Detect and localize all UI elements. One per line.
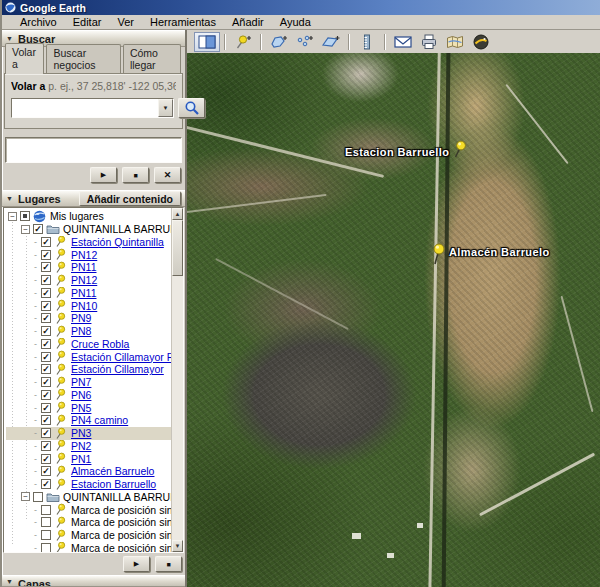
tree-item[interactable]: -✓PN2 <box>6 440 171 453</box>
tree-item[interactable]: -✓PN12 <box>6 248 171 261</box>
item-checkbox[interactable]: ✓ <box>41 313 51 323</box>
tree-item-label[interactable]: QUINTANILLA BARRUELO SERIE <box>63 491 171 503</box>
tree-item[interactable]: -✓PN7 <box>6 376 171 389</box>
satellite-map-view[interactable]: Estacion Barruello Almacén Barruelo <box>187 53 600 587</box>
tree-item[interactable]: -✓PN3 <box>6 427 171 440</box>
menu-item-ver[interactable]: Ver <box>109 16 142 28</box>
play-tour-button[interactable]: ▶ <box>90 167 117 183</box>
menu-item-anadir[interactable]: Añadir <box>224 16 272 28</box>
item-checkbox[interactable]: ✓ <box>41 301 51 311</box>
ruler-button[interactable] <box>354 32 380 52</box>
tree-item[interactable]: -✓Estación Cillamayor Robla <box>6 350 171 363</box>
item-checkbox[interactable]: ✓ <box>41 428 51 438</box>
item-checkbox[interactable] <box>41 505 51 515</box>
tree-item-label[interactable]: PN12 <box>71 274 97 286</box>
item-checkbox[interactable]: ✓ <box>33 224 43 234</box>
collapse-arrow-icon[interactable]: ▼ <box>6 195 13 202</box>
add-content-button[interactable]: Añadir contenido <box>79 191 181 206</box>
placemark-estacion-barruello[interactable]: Estacion Barruello <box>345 140 467 164</box>
item-checkbox[interactable] <box>20 211 30 221</box>
scroll-up-button[interactable]: ▲ <box>172 208 183 220</box>
play-places-tour-button[interactable]: ▶ <box>123 556 150 572</box>
scrollbar-thumb[interactable] <box>172 220 183 276</box>
placemark-almacen-barruelo[interactable]: Almacén Barruelo <box>430 233 550 271</box>
tree-item[interactable]: -Marca de posición sin título <box>6 529 171 542</box>
item-checkbox[interactable] <box>41 543 51 552</box>
tree-item[interactable]: -Marca de posición sin título <box>6 542 171 553</box>
collapse-arrow-icon[interactable]: ▼ <box>6 35 13 42</box>
tree-item[interactable]: -✓Cruce Robla <box>6 338 171 351</box>
tree-item[interactable]: -✓Estación Quintanilla <box>6 236 171 249</box>
tree-item-label[interactable]: Estación Cillamayor <box>71 363 164 375</box>
tree-item[interactable]: -✓PN5 <box>6 401 171 414</box>
item-checkbox[interactable]: ✓ <box>41 377 51 387</box>
add-image-overlay-button[interactable] <box>318 32 344 52</box>
tree-item[interactable]: -✓PN8 <box>6 325 171 338</box>
tree-item[interactable]: -✓PN4 camino <box>6 414 171 427</box>
tab-como-llegar[interactable]: Cómo llegar <box>123 44 181 73</box>
expander-icon[interactable]: − <box>8 212 17 221</box>
stop-places-tour-button[interactable]: ■ <box>155 556 182 572</box>
menu-item-archivo[interactable]: Archivo <box>12 16 65 28</box>
item-checkbox[interactable]: ✓ <box>41 339 51 349</box>
item-checkbox[interactable]: ✓ <box>41 237 51 247</box>
tree-item-label[interactable]: PN11 <box>71 287 97 299</box>
item-checkbox[interactable]: ✓ <box>41 390 51 400</box>
tree-item-label[interactable]: PN12 <box>71 249 97 261</box>
tree-item-label[interactable]: PN3 <box>71 427 91 439</box>
tree-item[interactable]: -✓PN9 <box>6 312 171 325</box>
item-checkbox[interactable] <box>41 530 51 540</box>
tree-item[interactable]: −✓QUINTANILLA BARRUELO NAMED <box>6 223 171 236</box>
tree-item-label[interactable]: PN7 <box>71 376 91 388</box>
combobox-dropdown-button[interactable]: ▼ <box>158 99 173 117</box>
search-results-list[interactable] <box>5 137 182 163</box>
tree-item-label[interactable]: Marca de posición sin título <box>71 504 171 516</box>
item-checkbox[interactable]: ✓ <box>41 403 51 413</box>
item-checkbox[interactable]: ✓ <box>41 288 51 298</box>
tab-volar-a[interactable]: Volar a <box>5 43 44 74</box>
menu-item-herramientas[interactable]: Herramientas <box>142 16 224 28</box>
tree-item-label[interactable]: PN6 <box>71 389 91 401</box>
tree-item[interactable]: -✓PN12 <box>6 274 171 287</box>
item-checkbox[interactable]: ✓ <box>41 441 51 451</box>
tree-item[interactable]: -Marca de posición sin título <box>6 516 171 529</box>
item-checkbox[interactable]: ✓ <box>41 275 51 285</box>
scroll-down-button[interactable]: ▼ <box>172 540 183 552</box>
tree-item[interactable]: -✓PN11 <box>6 287 171 300</box>
tree-item[interactable]: −Mis lugares <box>6 210 171 223</box>
item-checkbox[interactable]: ✓ <box>41 326 51 336</box>
clear-results-button[interactable]: ✕ <box>154 167 181 183</box>
tree-item-label[interactable]: PN2 <box>71 440 91 452</box>
tree-item-label[interactable]: Marca de posición sin título <box>71 542 171 552</box>
tree-item[interactable]: -✓PN10 <box>6 299 171 312</box>
item-checkbox[interactable]: ✓ <box>41 250 51 260</box>
item-checkbox[interactable]: ✓ <box>41 364 51 374</box>
tree-item-label[interactable]: Estacion Barruello <box>71 478 156 490</box>
menu-item-editar[interactable]: Editar <box>65 16 110 28</box>
sidebar-toggle-button[interactable] <box>194 32 220 52</box>
tree-item-label[interactable]: Almacén Barruelo <box>71 465 154 477</box>
earth-view-button[interactable] <box>468 32 494 52</box>
item-checkbox[interactable]: ✓ <box>41 415 51 425</box>
tree-item-label[interactable]: PN10 <box>71 300 97 312</box>
tree-item[interactable]: -✓Almacén Barruelo <box>6 465 171 478</box>
add-polygon-button[interactable] <box>266 32 292 52</box>
pushpin-icon[interactable] <box>452 140 467 164</box>
pushpin-icon[interactable] <box>430 243 446 271</box>
collapse-arrow-icon[interactable]: ▼ <box>6 578 13 585</box>
tree-item-label[interactable]: PN8 <box>71 325 91 337</box>
item-checkbox[interactable]: ✓ <box>41 352 51 362</box>
item-checkbox[interactable]: ✓ <box>41 454 51 464</box>
scrollbar-track[interactable] <box>172 220 183 540</box>
flyto-input[interactable] <box>12 99 158 117</box>
placemark-label[interactable]: Almacén Barruelo <box>449 246 550 258</box>
tree-item-label[interactable]: PN1 <box>71 453 91 465</box>
tree-item[interactable]: -✓PN11 <box>6 261 171 274</box>
expander-icon[interactable]: − <box>21 492 30 501</box>
view-in-google-maps-button[interactable] <box>442 32 468 52</box>
tree-item-label[interactable]: PN9 <box>71 312 91 324</box>
item-checkbox[interactable] <box>41 517 51 527</box>
tree-item-label[interactable]: Mis lugares <box>50 210 104 222</box>
item-checkbox[interactable] <box>33 492 43 502</box>
item-checkbox[interactable]: ✓ <box>41 262 51 272</box>
